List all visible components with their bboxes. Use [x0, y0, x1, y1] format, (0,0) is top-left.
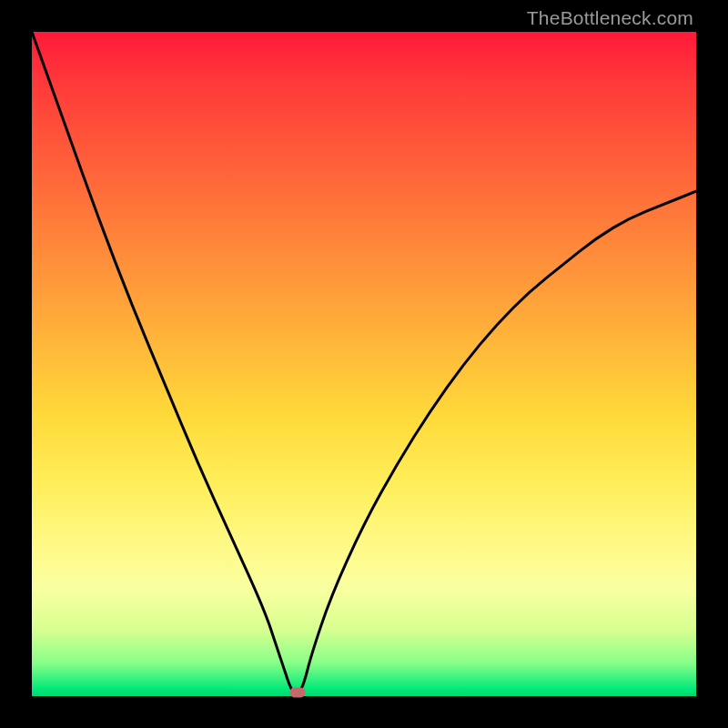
optimal-point-marker: [290, 688, 306, 698]
chart-frame: TheBottleneck.com: [0, 0, 728, 728]
bottleneck-curve: [32, 32, 696, 696]
branding-watermark: TheBottleneck.com: [527, 7, 693, 29]
